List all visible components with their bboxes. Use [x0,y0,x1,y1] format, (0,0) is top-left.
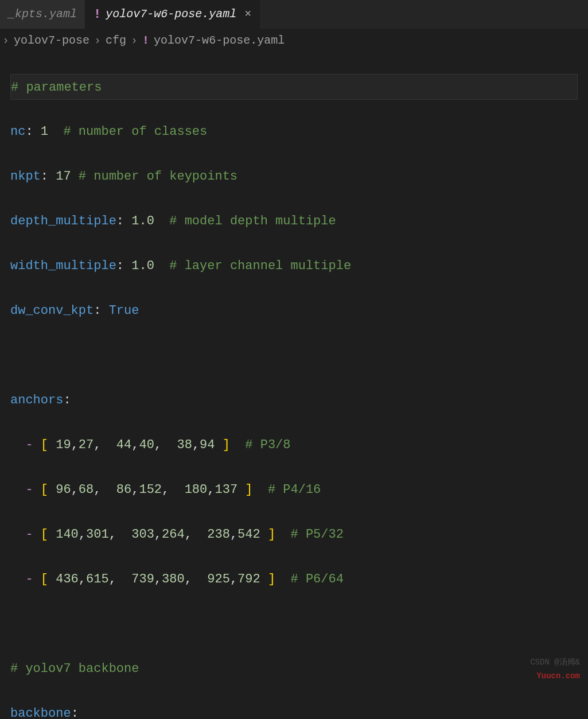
yaml-value: 1 [41,125,48,139]
bracket: ] [268,572,275,586]
chevron-right-icon: › [2,32,9,49]
dash: - [25,572,33,586]
comment-text: # P6/64 [291,572,344,586]
code-line: - [ 436,615, 739,380, 925,792 ] # P6/64 [10,566,578,592]
bracket: [ [41,483,48,497]
code-line: anchors: [10,387,578,413]
code-line [10,611,578,637]
breadcrumb-seg[interactable]: yolov7-pose [14,32,89,49]
comment-text: # number of keypoints [79,169,237,184]
comment-text: # yolov7 backbone [10,662,139,676]
yaml-icon: ! [94,5,101,24]
comment-text: # P4/16 [268,483,321,497]
code-line: - [ 96,68, 86,152, 180,137 ] # P4/16 [10,477,578,503]
code-line: depth_multiple: 1.0 # model depth multip… [10,208,578,234]
yaml-value: 1.0 [131,214,154,228]
yaml-value: 17 [56,169,71,184]
bracket: [ [41,527,48,542]
yaml-key: width_multiple [10,259,116,273]
tab-active[interactable]: ! yolov7-w6-pose.yaml × [85,0,260,29]
code-line: # yolov7 backbone [10,656,578,682]
comment-text: # parameters [11,80,102,95]
breadcrumb: › yolov7-pose › cfg › ! yolov7-w6-pose.y… [0,29,588,53]
code-editor[interactable]: # parameters nc: 1 # number of classes n… [0,53,588,719]
yaml-key: depth_multiple [10,214,116,228]
comment-text: # layer channel multiple [169,259,351,273]
bracket: [ [41,572,48,586]
code-line: dw_conv_kpt: True [10,298,578,324]
yaml-key: nkpt [10,169,41,184]
tab-inactive[interactable]: _kpts.yaml [0,0,85,29]
chevron-right-icon: › [131,32,138,49]
code-line: - [ 19,27, 44,40, 38,94 ] # P3/8 [10,432,578,458]
tab-label: _kpts.yaml [8,6,77,23]
code-line: nc: 1 # number of classes [10,119,578,145]
comment-text: # P3/8 [245,438,290,452]
code-line: backbone: [10,701,578,719]
watermark-text: Yuucn.com [536,670,580,682]
breadcrumb-seg[interactable]: yolov7-w6-pose.yaml [154,32,285,49]
bracket: ] [245,483,252,497]
yaml-value: True [109,304,139,318]
close-icon[interactable]: × [244,6,251,23]
breadcrumb-seg[interactable]: cfg [106,32,126,49]
code-line [10,343,578,368]
yaml-value: 1.0 [131,259,154,273]
tab-label: yolov7-w6-pose.yaml [106,6,236,23]
dash: - [25,483,33,497]
bracket: ] [223,438,230,452]
yaml-key: anchors [10,393,63,407]
watermark-text: CSDN @汤姆& [530,656,580,669]
dash: - [25,527,33,542]
bracket: [ [41,438,48,452]
yaml-key: backbone [10,706,71,719]
code-line: # parameters [10,74,578,100]
yaml-key: nc [10,125,25,139]
comment-text: # P5/32 [291,527,344,542]
tabs-bar: _kpts.yaml ! yolov7-w6-pose.yaml × [0,0,588,29]
comment-text: # model depth multiple [169,214,336,228]
dash: - [25,438,33,452]
code-line: width_multiple: 1.0 # layer channel mult… [10,253,578,279]
bracket: ] [268,527,275,542]
yaml-icon: ! [142,32,149,49]
comment-text: # number of classes [63,125,207,139]
yaml-key: dw_conv_kpt [10,304,94,318]
chevron-right-icon: › [94,32,101,49]
code-line: nkpt: 17 # number of keypoints [10,164,578,189]
code-line: - [ 140,301, 303,264, 238,542 ] # P5/32 [10,522,578,547]
